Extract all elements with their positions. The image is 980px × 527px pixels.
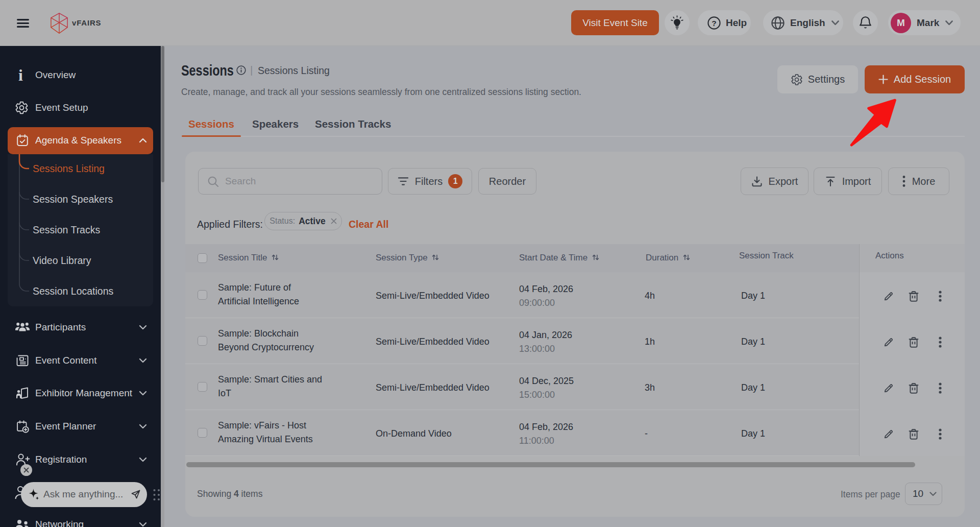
svg-text:?: ?	[712, 18, 716, 27]
